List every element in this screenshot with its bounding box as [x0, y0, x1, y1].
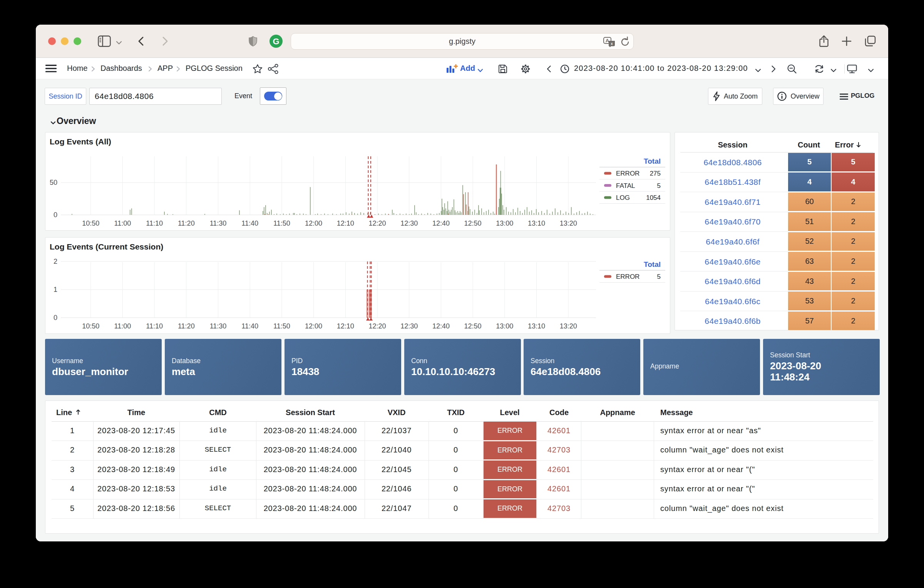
- svg-text:13:00: 13:00: [496, 219, 513, 227]
- svg-text:11:00: 11:00: [114, 322, 131, 330]
- svg-text:12:10: 12:10: [337, 322, 354, 330]
- svg-text:2: 2: [54, 258, 57, 265]
- svg-text:12:30: 12:30: [400, 322, 418, 330]
- svg-text:12:30: 12:30: [400, 219, 418, 227]
- svg-text:13:10: 13:10: [528, 322, 545, 330]
- svg-text:12:00: 12:00: [305, 322, 322, 330]
- svg-text:13:10: 13:10: [528, 219, 545, 227]
- svg-text:12:00: 12:00: [305, 219, 322, 227]
- svg-text:12:20: 12:20: [368, 322, 386, 330]
- svg-text:11:50: 11:50: [273, 219, 290, 227]
- svg-text:11:40: 11:40: [241, 322, 258, 330]
- svg-text:11:10: 11:10: [146, 322, 163, 330]
- svg-text:275: 275: [650, 170, 661, 177]
- svg-text:11:30: 11:30: [210, 219, 227, 227]
- svg-text:10:50: 10:50: [82, 219, 99, 227]
- svg-text:ERROR: ERROR: [616, 170, 639, 177]
- svg-text:11:20: 11:20: [178, 219, 195, 227]
- svg-text:11:20: 11:20: [178, 322, 195, 330]
- svg-text:11:50: 11:50: [273, 322, 290, 330]
- svg-text:11:10: 11:10: [146, 219, 163, 227]
- svg-text:11:30: 11:30: [210, 322, 227, 330]
- svg-text:Total: Total: [644, 157, 661, 165]
- svg-text:x: x: [611, 42, 613, 46]
- svg-text:1054: 1054: [646, 194, 661, 201]
- svg-text:FATAL: FATAL: [616, 182, 635, 189]
- svg-text:Total: Total: [644, 260, 661, 268]
- svg-text:12:40: 12:40: [432, 322, 450, 330]
- svg-text:5: 5: [657, 182, 661, 189]
- svg-text:12:10: 12:10: [337, 219, 354, 227]
- svg-text:13:20: 13:20: [560, 322, 577, 330]
- svg-text:ERROR: ERROR: [616, 273, 639, 280]
- svg-text:1: 1: [54, 286, 57, 293]
- svg-text:LOG: LOG: [616, 194, 630, 201]
- svg-text:12:20: 12:20: [368, 219, 386, 227]
- svg-text:12:50: 12:50: [464, 219, 482, 227]
- svg-text:G: G: [273, 37, 279, 46]
- svg-text:11:00: 11:00: [114, 219, 131, 227]
- svg-text:10:50: 10:50: [82, 322, 99, 330]
- svg-text:5: 5: [657, 273, 661, 280]
- svg-text:12:50: 12:50: [464, 322, 482, 330]
- svg-text:13:20: 13:20: [560, 219, 577, 227]
- svg-text:0: 0: [54, 314, 57, 322]
- svg-text:13:00: 13:00: [496, 322, 513, 330]
- svg-text:0: 0: [54, 211, 57, 219]
- svg-text:50: 50: [50, 179, 57, 186]
- svg-text:11:40: 11:40: [241, 219, 258, 227]
- svg-text:12:40: 12:40: [432, 219, 450, 227]
